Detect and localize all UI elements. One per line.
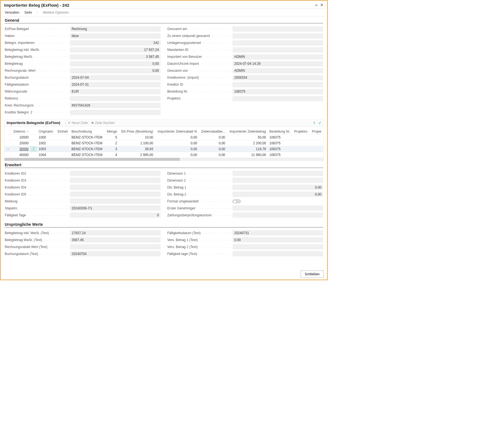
table-row[interactable]: 40000 1004 BEMZ-STOCK-ITEM 4 2 995,00 0,… xyxy=(4,152,323,158)
expand-icon[interactable]: ⤢ xyxy=(318,121,321,125)
input-kreditor-id[interactable] xyxy=(233,82,323,87)
col-beschreibung[interactable]: Beschreibung xyxy=(70,127,105,134)
tab-weitere-optionen[interactable]: Weitere Optionen xyxy=(43,11,69,14)
input-kreditorennr[interactable] xyxy=(233,75,323,80)
input-faelligkeit-tage[interactable] xyxy=(70,212,161,218)
table-row[interactable]: 10000 1000 BEMZ-STOCK-ITEM 5 10,00 0,00 … xyxy=(4,134,323,140)
input-erster-gen[interactable] xyxy=(233,205,323,211)
table-row[interactable]: 20000 1002 BEMZ-STOCK-ITEM 2 1 100,00 0,… xyxy=(4,140,323,146)
close-button[interactable]: Schließen xyxy=(301,271,324,278)
input-orig-belegbetrag-inkl[interactable] xyxy=(70,230,161,236)
cell-rabatt-be[interactable]: 0,00 xyxy=(199,134,227,140)
input-orig-faelligkeit-tage[interactable] xyxy=(233,251,323,256)
col-zeilenrabattbe[interactable]: Zeilenrabattbe... xyxy=(199,127,227,134)
input-kred-id2[interactable] xyxy=(70,171,161,176)
input-belegnr-import[interactable] xyxy=(70,40,161,46)
row-menu-icon[interactable]: ⋮ xyxy=(30,146,37,152)
input-datum-uhrzeit[interactable] xyxy=(233,61,323,66)
input-belegbetrag-inkl[interactable] xyxy=(70,47,161,53)
cell-rabatt-be[interactable]: 0,00 xyxy=(199,140,227,146)
input-dim1[interactable] xyxy=(233,171,323,176)
cell-beschreibung[interactable]: BEMZ-STOCK-ITEM xyxy=(70,140,105,146)
col-ekpreis[interactable]: EK-Preis (Bestellung) xyxy=(119,127,155,134)
input-zahlungspruef[interactable] xyxy=(233,212,323,218)
col-originalnr[interactable]: Originalnr. xyxy=(37,127,56,134)
cell-projektnr[interactable] xyxy=(292,152,310,158)
input-orig-buchungsdatum[interactable] xyxy=(70,251,161,256)
cell-projektnr[interactable] xyxy=(292,140,310,146)
cell-beschreibung[interactable]: BEMZ-STOCK-ITEM xyxy=(70,152,105,158)
cell-zeilennr[interactable]: 40000 xyxy=(11,152,30,158)
section-general[interactable]: General xyxy=(5,18,323,23)
input-importiert-von[interactable] xyxy=(233,54,323,60)
cell-rabatt-pct[interactable]: 0,00 xyxy=(155,134,199,140)
cell-menge[interactable]: 4 xyxy=(105,152,119,158)
cell-originalnr[interactable]: 1002 xyxy=(37,140,56,146)
tab-verwalten[interactable]: Verwalten xyxy=(5,11,19,14)
collapse-icon[interactable]: ⇲ xyxy=(315,3,317,7)
input-gescannt-am[interactable] xyxy=(233,26,323,32)
cell-originalnr[interactable]: 1004 xyxy=(37,152,56,158)
col-projektnr[interactable]: Projektnr. xyxy=(292,127,310,134)
input-div1[interactable] xyxy=(233,185,323,190)
input-kred-id4[interactable] xyxy=(70,185,161,190)
cell-projektnr[interactable] xyxy=(292,146,310,152)
close-icon[interactable]: ✕ xyxy=(320,3,324,8)
input-orig-faelligkeit[interactable] xyxy=(233,230,323,236)
cell-zeilenbetrag[interactable]: 119,79 xyxy=(227,146,268,152)
input-umlagerungspostenart[interactable] xyxy=(233,40,323,46)
section-erweitert[interactable]: Erweitert xyxy=(5,163,323,168)
cell-rabatt-pct[interactable]: 0,00 xyxy=(155,152,199,158)
horizontal-scrollbar[interactable] xyxy=(4,158,323,161)
input-orig-vers2[interactable] xyxy=(233,244,323,249)
cell-zeilennr[interactable]: 20000 xyxy=(11,140,30,146)
cell-bestellung[interactable]: 106375 xyxy=(268,146,293,152)
input-waehrung[interactable] xyxy=(70,89,161,94)
cell-zeilenbetrag[interactable]: 50,00 xyxy=(227,134,268,140)
cell-menge[interactable]: 3 xyxy=(105,146,119,152)
input-dim2[interactable] xyxy=(233,178,323,183)
input-orig-vers1[interactable] xyxy=(233,237,323,242)
cell-einheit[interactable] xyxy=(56,140,70,146)
new-line-button[interactable]: ✦ Neue Zeile xyxy=(68,121,88,125)
input-rechnungsrab[interactable] xyxy=(70,68,161,73)
cell-zeilennr[interactable]: 30000 xyxy=(11,146,30,152)
cell-zeilenbetrag[interactable]: 11 980,00 xyxy=(227,152,268,158)
share-icon[interactable]: ⇪ xyxy=(313,121,316,125)
col-bestellung-nr[interactable]: Bestellung Nr. xyxy=(268,127,293,134)
input-belegbetrag[interactable] xyxy=(70,61,161,66)
cell-ek[interactable]: 39,93 xyxy=(119,146,155,152)
input-kred-id3[interactable] xyxy=(70,178,161,183)
input-bestellung-nr[interactable] xyxy=(233,89,323,94)
input-stapelnr[interactable] xyxy=(70,205,161,211)
cell-beschreibung[interactable]: BEMZ-STOCK-ITEM xyxy=(70,146,105,152)
cell-rabatt-pct[interactable]: 0,00 xyxy=(155,140,199,146)
section-orig[interactable]: Ursprüngliche Werte xyxy=(5,222,323,227)
col-imp-rabatt-pct[interactable]: Importierter Zeilenrabatt % xyxy=(155,127,199,134)
lines-title[interactable]: Importierte Belegzeile (ExFlow) xyxy=(7,121,60,125)
cell-beschreibung[interactable]: BEMZ-STOCK-ITEM xyxy=(70,134,105,140)
cell-originalnr[interactable]: 1003 xyxy=(37,146,56,152)
cell-einheit[interactable] xyxy=(56,134,70,140)
input-mandanten-id[interactable] xyxy=(233,47,323,53)
input-meldung[interactable] xyxy=(70,199,161,204)
cell-ek[interactable]: 2 995,00 xyxy=(119,152,155,158)
input-div2[interactable] xyxy=(233,192,323,197)
table-row-selected[interactable]: → 30000 ⋮ 1003 BEMZ-STOCK-ITEM 3 39,93 0… xyxy=(4,146,323,152)
input-projektnr[interactable] xyxy=(233,96,323,101)
cell-rabatt-be[interactable]: 0,00 xyxy=(199,152,227,158)
input-orig-rechnungsrab[interactable] xyxy=(70,244,161,249)
input-haben[interactable] xyxy=(70,33,161,39)
cell-rabatt-pct[interactable]: 0,00 xyxy=(155,146,199,152)
input-buchungsdatum[interactable] xyxy=(70,75,161,80)
input-kred-id5[interactable] xyxy=(70,192,161,197)
cell-menge[interactable]: 5 xyxy=(105,134,119,140)
cell-projektnr[interactable] xyxy=(292,134,310,140)
cell-originalnr[interactable]: 1000 xyxy=(37,134,56,140)
delete-line-button[interactable]: ✖ Zeile löschen xyxy=(91,121,115,125)
input-exflow-belegart[interactable] xyxy=(70,26,161,32)
input-faelligkeit[interactable] xyxy=(70,82,161,87)
input-referenz[interactable] xyxy=(70,96,161,101)
input-orig-belegbetrag-mwst[interactable] xyxy=(70,237,161,242)
input-kreditor-belegnr2[interactable] xyxy=(70,110,161,115)
